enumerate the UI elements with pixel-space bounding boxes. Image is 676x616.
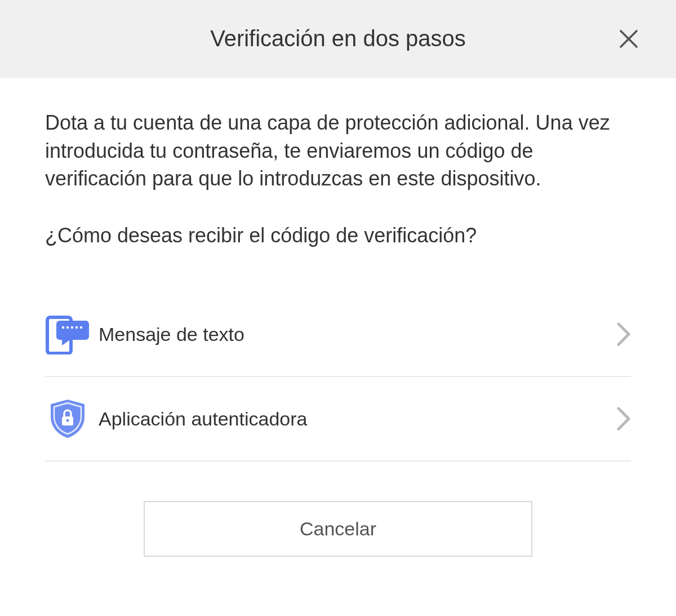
chevron-right-icon — [616, 406, 631, 431]
cancel-button[interactable]: Cancelar — [144, 501, 532, 557]
option-label: Mensaje de texto — [99, 323, 616, 345]
dialog-header: Verificación en dos pasos — [0, 0, 676, 78]
option-text-message[interactable]: Mensaje de texto — [45, 293, 631, 377]
dialog-footer: Cancelar — [45, 501, 631, 557]
svg-point-10 — [66, 419, 69, 422]
phone-message-icon — [45, 312, 99, 357]
description-text: Dota a tu cuenta de una capa de protecci… — [45, 109, 631, 193]
svg-point-6 — [71, 326, 73, 329]
shield-lock-icon — [45, 396, 99, 441]
svg-point-4 — [62, 326, 64, 329]
question-text: ¿Cómo deseas recibir el código de verifi… — [45, 224, 631, 247]
svg-rect-3 — [56, 321, 89, 340]
options-list: Mensaje de texto Aplicación aut — [45, 293, 631, 462]
svg-point-5 — [66, 326, 69, 329]
dialog-title: Verificación en dos pasos — [210, 26, 466, 51]
dialog-content: Dota a tu cuenta de una capa de protecci… — [0, 78, 676, 557]
chevron-right-icon — [616, 322, 631, 347]
option-label: Aplicación autenticadora — [99, 408, 616, 430]
close-button[interactable] — [615, 25, 642, 52]
svg-point-7 — [75, 326, 78, 329]
svg-point-8 — [80, 326, 82, 329]
option-authenticator-app[interactable]: Aplicación autenticadora — [45, 377, 631, 462]
close-icon — [615, 25, 642, 52]
